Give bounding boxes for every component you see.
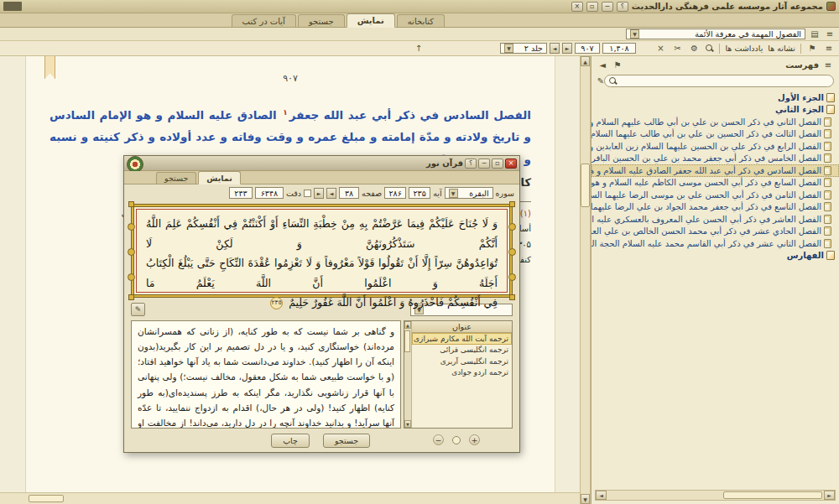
dialog-minimize-button[interactable]: − [478, 158, 490, 169]
book-select[interactable]: الفصول المهمة في معرفة الأئمة ▼ [626, 29, 805, 39]
bookmarks-link[interactable]: نشانه ها [768, 44, 795, 53]
scroll-up-icon[interactable]: ▲ [581, 56, 590, 66]
toc-item-chapter11[interactable]: الفصل الحادي عشر في ذكر أبي محمد الحسن ا… [591, 226, 839, 238]
pencil-icon[interactable]: ✎ [597, 76, 605, 86]
frame-medallion [508, 273, 516, 281]
search-icon[interactable] [705, 44, 714, 53]
scissors-icon[interactable]: ✂ [671, 44, 683, 53]
close-button[interactable]: × [571, 2, 583, 12]
pin-icon[interactable]: ⚑ [806, 44, 818, 53]
scroll-right-icon[interactable]: ► [824, 491, 835, 500]
surah-label: سوره [496, 189, 514, 198]
dialog-tab-display[interactable]: نمایش [198, 171, 241, 184]
toc-item-chapter3[interactable]: الفصل الثالث في ذكر الحسين بن علي بن أبي… [591, 128, 839, 141]
toc-item-part1[interactable]: الجزء الأول [591, 91, 839, 104]
translation-item-jawadi[interactable]: ترجمه اردو جوادی [412, 367, 512, 379]
toc-item-chapter2[interactable]: الفصل الثاني في ذكر الحسن بن علي بن أبي … [591, 116, 839, 128]
pencil-icon[interactable]: ✎ [131, 303, 145, 316]
page-icon [824, 215, 831, 224]
scrollbar-thumb[interactable] [723, 491, 822, 499]
scroll-up-icon[interactable]: ▲ [404, 321, 411, 329]
translation-item-makarem[interactable]: ترجمه آیت الله مکارم شیرازی [412, 333, 512, 345]
chevron-down-icon[interactable]: ▼ [449, 189, 458, 198]
maximize-button[interactable]: ▫ [586, 2, 598, 12]
chevron-down-icon[interactable]: ▼ [630, 29, 639, 39]
list-icon[interactable]: ≡ [824, 29, 836, 39]
notes-link[interactable]: یادداشت ها [725, 44, 763, 53]
list-icon[interactable]: ≡ [822, 60, 834, 70]
ayah-end-rosette: ٢٣٥ [270, 297, 283, 309]
translation-item-arberry[interactable]: ترجمه انگلیسی آربری [412, 356, 512, 367]
scroll-down-icon[interactable]: ▼ [581, 494, 590, 504]
quran-noor-logo-icon [127, 156, 143, 173]
frame-medallion [128, 248, 135, 256]
minimize-button[interactable]: − [602, 2, 613, 12]
dialog-close-button[interactable]: × [505, 158, 517, 169]
document-vertical-scrollbar[interactable]: ▲ ▼ [580, 56, 591, 504]
menu-icon[interactable] [3, 2, 22, 11]
volume-select[interactable]: جلد ۲ ▼ [500, 43, 547, 54]
main-tabstrip: کتابخانه نمایش جستجو آیات در کتب [0, 13, 839, 28]
tab-verses-in-books[interactable]: آیات در کتب [232, 14, 296, 27]
previous-page-button[interactable]: ◄ [550, 43, 560, 54]
gear-icon[interactable]: ⚙ [688, 44, 700, 53]
toc-item-chapter8[interactable]: الفصل الثامن في ذكر أبي الحسن علي بن موس… [591, 189, 839, 201]
global-ayah-field[interactable]: ۲۴۳ [229, 187, 253, 199]
zoom-control: − + [433, 434, 480, 445]
grid-icon[interactable]: ▤ [809, 29, 821, 39]
toc-item-chapter6-selected[interactable]: الفصل السادس في ذكر أبي عبد الله جعفر ال… [591, 164, 839, 177]
scrollbar-thumb[interactable] [404, 330, 410, 352]
surah-select[interactable]: البقرة ▼ [445, 187, 493, 199]
tab-library[interactable]: کتابخانه [397, 14, 445, 27]
search-button[interactable]: جستجو [323, 434, 370, 448]
scroll-left-icon[interactable]: ◄ [596, 491, 607, 500]
toc-item-part2[interactable]: الجزء الثاني [591, 104, 839, 117]
scrollbar-track[interactable] [404, 329, 411, 420]
toolbar-separator [800, 44, 801, 54]
ayah-number-field[interactable]: ۲۳۵ [409, 187, 430, 199]
zoom-slider-handle[interactable] [452, 436, 461, 444]
zoom-in-button[interactable]: + [469, 434, 480, 445]
toc-item-chapter4[interactable]: الفصل الرابع في ذكر علي بن الحسين عليهما… [591, 140, 839, 153]
translation-item-qarai[interactable]: ترجمه انگلیسی قرائی [412, 345, 512, 356]
mushaf-page-field[interactable]: ۳۸ [339, 187, 359, 199]
scroll-down-icon[interactable]: ▼ [404, 420, 411, 428]
toc-horizontal-scrollbar[interactable]: ◄ ► [595, 490, 836, 501]
toc-item-chapter12[interactable]: الفصل الثاني عشر في ذكر أبي القاسم محمد … [591, 237, 839, 250]
translation-list-scrollbar[interactable]: ▲ ▼ [404, 321, 412, 428]
translation-text: و گناهی بر شما نیست که به طور کنایه، (از… [131, 320, 401, 429]
next-ayah-button[interactable]: ► [314, 188, 324, 199]
toc-search-input[interactable] [604, 75, 834, 87]
dialog-tab-search[interactable]: جستجو [156, 172, 196, 184]
previous-ayah-button[interactable]: ◄ [326, 188, 336, 199]
page-icon [824, 129, 831, 138]
precision-checkbox[interactable] [304, 190, 311, 197]
collapse-panel-icon[interactable]: ◄ [597, 60, 608, 70]
toc-item-chapter7[interactable]: الفصل السابع في ذكر أبي الحسن موسى الكاظ… [591, 177, 839, 190]
toc-header: ≡ فهرست ⚑ ◄ [591, 56, 839, 73]
toc-item-chapter10[interactable]: الفصل العاشر في ذكر أبي الحسن علي المعرو… [591, 213, 839, 226]
next-page-button[interactable]: ► [562, 43, 572, 54]
dialog-maximize-button[interactable]: ▫ [492, 158, 503, 169]
chevron-down-icon[interactable]: ▼ [504, 44, 513, 53]
footnote-reference[interactable]: ۱ [283, 108, 288, 117]
frame-medallion [128, 273, 135, 281]
pin-icon[interactable]: ⚑ [612, 60, 623, 70]
current-page-field[interactable]: ۹۰۷ [575, 43, 600, 54]
toc-item-chapter5[interactable]: الفصل الخامس في ذكر أبي جعفر محمد بن علي… [591, 153, 839, 165]
dialog-help-button[interactable]: ؟ [465, 158, 477, 169]
zoom-out-button[interactable]: − [433, 434, 444, 445]
scrollbar-thumb[interactable] [581, 164, 590, 207]
document-horizontal-scrollbar[interactable] [0, 492, 580, 504]
print-button[interactable]: چاپ [271, 434, 310, 448]
help-button[interactable]: ؟ [617, 2, 628, 12]
toc-item-chapter9[interactable]: الفصل التاسع في ذكر أبي جعفر محمد الجواد… [591, 201, 839, 214]
close-x-icon[interactable]: × [654, 44, 666, 53]
toc-item-indexes[interactable]: الفهارس [591, 250, 839, 262]
tab-search[interactable]: جستجو [298, 14, 345, 27]
scroll-top-icon[interactable]: ↑ [413, 44, 425, 53]
scrollbar-thumb[interactable] [29, 495, 64, 502]
tab-display[interactable]: نمایش [347, 13, 395, 28]
list-icon[interactable]: ≡ [823, 44, 835, 53]
scrollbar-track[interactable] [607, 491, 824, 500]
